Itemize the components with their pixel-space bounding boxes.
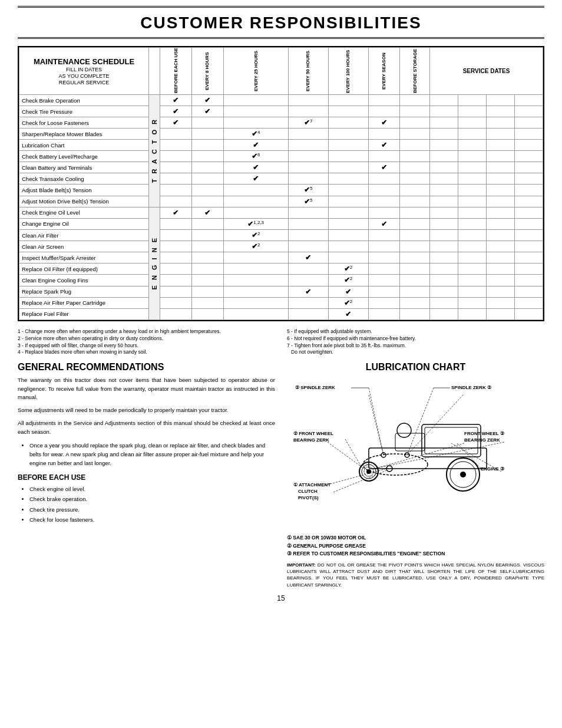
task-clean-air-screen: Clean Air Screen	[19, 241, 149, 252]
front-wheel-right-label: FRONT WHEEL ②	[464, 431, 504, 436]
check-cell: ✔	[160, 106, 192, 117]
footnote-7b: Do not overtighten.	[287, 349, 544, 356]
check-cell	[400, 263, 430, 275]
table-row: Adjust Blade Belt(s) Tension ✔5	[19, 185, 543, 196]
front-wheel-left-label: ② FRONT WHEEL	[293, 431, 333, 436]
check-cell: ✔	[160, 95, 192, 106]
check-cell	[191, 173, 223, 185]
check-cell	[223, 263, 288, 275]
check-cell: ✔2	[328, 275, 368, 286]
service-date-1	[430, 263, 458, 275]
gen-rec-para-1: The warranty on this tractor does not co…	[18, 376, 275, 401]
check-cell: ✔	[368, 140, 400, 151]
check-cell	[160, 140, 192, 151]
service-date-2	[458, 140, 487, 151]
service-date-1	[430, 196, 458, 207]
lubrication-chart: LUBRICATION CHART	[287, 362, 544, 588]
svg-line-30	[457, 443, 481, 468]
check-cell	[288, 229, 328, 241]
check-cell	[223, 252, 288, 263]
service-date-3	[487, 173, 515, 185]
service-date-2	[458, 218, 487, 229]
task-air-filter-paper: Replace Air Filter Paper Cartridge	[19, 297, 149, 308]
check-cell: ✔	[223, 173, 288, 185]
footnotes-grid: 1 - Change more often when operating und…	[18, 328, 544, 357]
general-recommendations: GENERAL RECOMMENDATIONS The warranty on …	[18, 362, 275, 588]
svg-line-17	[328, 442, 364, 469]
check-cell	[288, 207, 328, 218]
check-cell	[288, 151, 328, 162]
table-row: Clean Air Filter ✔2	[19, 229, 543, 241]
tractor-diagram: ② SPINDLE ZERK SPINDLE ZERK ② ② FRONT WH…	[292, 377, 540, 531]
task-engine-oil-level: Check Engine Oil Level	[19, 207, 149, 218]
engine-section-label: E N G I N E	[149, 207, 160, 319]
bottom-section: GENERAL RECOMMENDATIONS The warranty on …	[18, 362, 544, 588]
check-cell	[400, 173, 430, 185]
task-blade-belt: Adjust Blade Belt(s) Tension	[19, 185, 149, 196]
table-row: Replace Fuel Filter ✔	[19, 308, 543, 319]
col-every-8: EVERY 8 HOURS	[191, 48, 223, 95]
check-cell	[368, 229, 400, 241]
check-cell	[223, 117, 288, 129]
service-date-4	[515, 129, 543, 140]
check-cell	[160, 286, 192, 297]
table-row: Check Engine Oil Level E N G I N E ✔ ✔	[19, 207, 543, 218]
service-date-3	[487, 218, 515, 229]
engine-label-text: ENGINE ③	[481, 466, 504, 472]
service-date-4	[515, 95, 543, 106]
gen-rec-para-2: Some adjustments will need to be made pe…	[18, 406, 275, 414]
check-cell	[400, 129, 430, 140]
service-date-1	[430, 229, 458, 241]
check-cell	[191, 308, 223, 319]
check-cell	[223, 185, 288, 196]
task-cooling-fins: Clean Engine Cooling Fins	[19, 275, 149, 286]
col-before-each-use: BEFORE EACH USE	[160, 48, 192, 95]
check-cell	[288, 241, 328, 252]
check-cell: ✔1,2,3	[223, 218, 288, 229]
check-cell	[191, 162, 223, 173]
check-cell	[160, 263, 192, 275]
task-check-brake: Check Brake Operation	[19, 95, 149, 106]
gen-rec-para-3: All adjustments in the Service and Adjus…	[18, 419, 275, 436]
page-container: CUSTOMER RESPONSIBILITIES MAINTENANCE SC…	[0, 0, 562, 614]
service-date-3	[487, 162, 515, 173]
check-cell	[400, 207, 430, 218]
lubrication-chart-title: LUBRICATION CHART	[287, 362, 544, 373]
table-row: Adjust Motion Drive Belt(s) Tension ✔5	[19, 196, 543, 207]
check-cell	[400, 308, 430, 319]
check-cell	[400, 196, 430, 207]
check-cell	[288, 275, 328, 286]
check-cell: ✔	[160, 117, 192, 129]
svg-text:PIVOT(S): PIVOT(S)	[298, 495, 319, 500]
check-cell	[191, 252, 223, 263]
check-cell	[328, 140, 368, 151]
col-every-25: EVERY 25 HOURS	[223, 48, 288, 95]
task-fuel-filter: Replace Fuel Filter	[19, 308, 149, 319]
service-date-1	[430, 129, 458, 140]
before-each-use-item-1: Check engine oil level.	[29, 484, 275, 494]
service-date-1	[430, 286, 458, 297]
service-date-4	[515, 106, 543, 117]
footnote-3: 3 - If equipped with oil filter, change …	[18, 342, 275, 350]
svg-point-4	[397, 423, 411, 437]
check-cell	[368, 252, 400, 263]
check-cell	[160, 129, 192, 140]
check-cell	[400, 286, 430, 297]
check-cell	[160, 173, 192, 185]
task-loose-fasteners: Check for Loose Fasteners	[19, 117, 149, 129]
check-cell	[223, 275, 288, 286]
service-date-4	[515, 308, 543, 319]
spindle-zerk-left-label: ② SPINDLE ZERK	[295, 385, 335, 390]
service-date-3	[487, 297, 515, 308]
task-spark-plug: Replace Spark Plug	[19, 286, 149, 297]
table-row: Check Tire Pressure ✔ ✔	[19, 106, 543, 117]
check-cell: ✔6	[223, 151, 288, 162]
check-cell	[368, 196, 400, 207]
table-row: Replace Oil Filter (If equipped) ✔2	[19, 263, 543, 275]
service-date-2	[458, 151, 487, 162]
page-number: 15	[18, 594, 544, 602]
check-cell	[328, 162, 368, 173]
table-row: Sharpen/Replace Mower Blades ✔4	[19, 129, 543, 140]
check-cell	[328, 95, 368, 106]
check-cell	[223, 95, 288, 106]
